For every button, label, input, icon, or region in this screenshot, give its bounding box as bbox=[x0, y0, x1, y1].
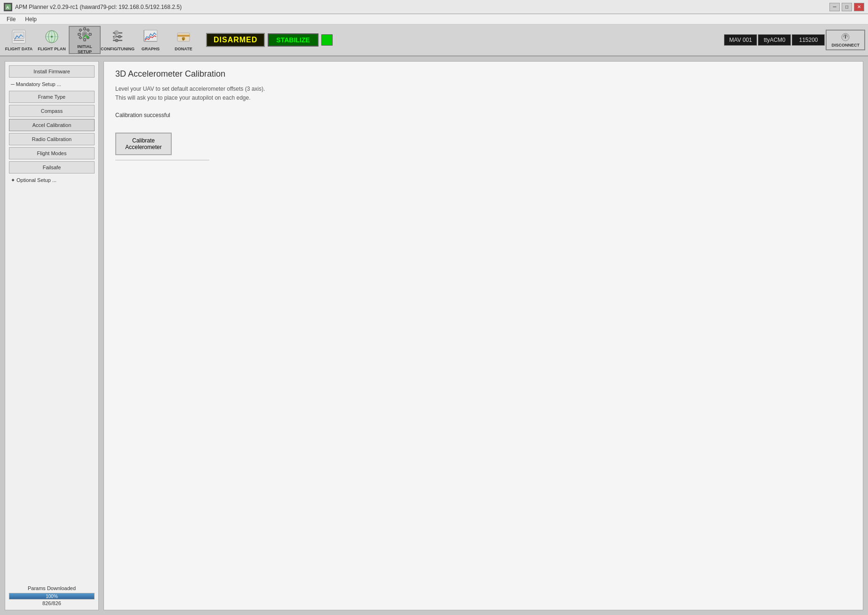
page-title: 3D Accelerometer Calibration bbox=[115, 69, 852, 79]
svg-rect-15 bbox=[78, 33, 80, 35]
mandatory-setup-header[interactable]: ─ Mandatory Setup ... bbox=[9, 79, 95, 89]
menubar: File Help bbox=[0, 14, 868, 24]
toolbar: FLIGHT DATA FLIGHT PLAN bbox=[0, 24, 868, 56]
minimize-button[interactable]: ─ bbox=[829, 3, 840, 11]
connection-indicator bbox=[321, 34, 333, 46]
calibrate-accelerometer-button[interactable]: Calibrate Accelerometer bbox=[115, 133, 172, 155]
failsafe-button[interactable]: Failsafe bbox=[9, 161, 95, 173]
donate-label: DONATE bbox=[175, 47, 192, 52]
svg-point-24 bbox=[118, 35, 121, 38]
menu-file[interactable]: File bbox=[2, 15, 20, 24]
maximize-button[interactable]: □ bbox=[842, 3, 852, 11]
port-display: ttyACM0 bbox=[758, 34, 791, 46]
svg-point-10 bbox=[51, 36, 53, 38]
toolbar-flight-data[interactable]: FLIGHT DATA bbox=[3, 26, 35, 54]
baud-display: 115200 bbox=[792, 34, 825, 46]
config-tuning-label: CONFIG/TUNING bbox=[101, 47, 135, 52]
titlebar-controls: ─ □ ✕ bbox=[829, 3, 864, 11]
left-panel: Install Firmware ─ Mandatory Setup ... F… bbox=[5, 61, 99, 610]
content-description: Level your UAV to set default accelerome… bbox=[115, 85, 852, 102]
mav-id-display: MAV 001 bbox=[724, 34, 757, 46]
disconnect-icon bbox=[841, 32, 850, 42]
calibration-status: Calibration successful bbox=[115, 112, 852, 118]
armed-status-badge: DISARMED bbox=[206, 33, 265, 47]
svg-rect-13 bbox=[84, 28, 86, 30]
toolbar-initial-setup[interactable]: INITIAL SETUP bbox=[69, 26, 101, 54]
flight-plan-label: FLIGHT PLAN bbox=[38, 47, 66, 52]
svg-text:A: A bbox=[6, 5, 9, 10]
optional-setup-label: ✦ Optional Setup ... bbox=[11, 177, 56, 183]
svg-rect-19 bbox=[87, 29, 89, 32]
flight-data-icon bbox=[10, 28, 27, 45]
params-count: 826/826 bbox=[9, 600, 95, 606]
disconnect-button[interactable]: DISCONNECT bbox=[826, 30, 865, 50]
radio-calibration-button[interactable]: Radio Calibration bbox=[9, 133, 95, 145]
svg-rect-17 bbox=[79, 29, 82, 32]
svg-rect-14 bbox=[84, 39, 86, 41]
svg-rect-34 bbox=[845, 35, 846, 39]
divider bbox=[115, 160, 209, 160]
config-tuning-icon bbox=[109, 28, 126, 45]
disconnect-label: DISCONNECT bbox=[831, 43, 860, 47]
toolbar-flight-plan[interactable]: FLIGHT PLAN bbox=[36, 26, 68, 54]
flight-plan-icon bbox=[43, 28, 60, 45]
window-title: APM Planner v2.0.29-rc1 (haward79-pcl: 1… bbox=[15, 4, 182, 10]
description-line2: This will ask you to place your autopilo… bbox=[115, 94, 852, 102]
toolbar-donate[interactable]: $ DONATE bbox=[167, 26, 199, 54]
progress-bar: 100% bbox=[9, 593, 95, 599]
toolbar-graphs[interactable]: GRAPHS bbox=[135, 26, 167, 54]
progress-percent: 100% bbox=[9, 594, 94, 599]
titlebar-left: A APM Planner v2.0.29-rc1 (haward79-pcl:… bbox=[4, 3, 182, 11]
initial-setup-icon bbox=[76, 26, 93, 43]
status-area: DISARMED STABILIZE bbox=[206, 33, 333, 47]
description-line1: Level your UAV to set default accelerome… bbox=[115, 85, 852, 94]
svg-rect-20 bbox=[79, 36, 82, 39]
accel-calibration-button[interactable]: Accel Calibration bbox=[9, 119, 95, 131]
toolbar-config-tuning[interactable]: CONFIG/TUNING bbox=[102, 26, 134, 54]
optional-setup-header[interactable]: ✦ Optional Setup ... bbox=[9, 175, 95, 185]
app-icon: A bbox=[4, 3, 12, 11]
close-button[interactable]: ✕ bbox=[854, 3, 864, 11]
calibrate-btn-line1: Calibrate bbox=[124, 137, 163, 144]
menu-help[interactable]: Help bbox=[20, 15, 41, 24]
initial-setup-label: INITIAL SETUP bbox=[72, 44, 98, 55]
flight-modes-button[interactable]: Flight Modes bbox=[9, 147, 95, 159]
flight-data-label: FLIGHT DATA bbox=[5, 47, 33, 52]
params-section: Params Downloaded 100% 826/826 bbox=[9, 585, 95, 606]
titlebar: A APM Planner v2.0.29-rc1 (haward79-pcl:… bbox=[0, 0, 868, 14]
stabilize-status-badge: STABILIZE bbox=[268, 33, 318, 47]
params-downloaded-label: Params Downloaded bbox=[9, 585, 95, 591]
svg-text:$: $ bbox=[183, 38, 184, 41]
svg-point-25 bbox=[115, 39, 118, 42]
main-content: Install Firmware ─ Mandatory Setup ... F… bbox=[0, 56, 868, 615]
donate-icon: $ bbox=[175, 28, 192, 45]
install-firmware-button[interactable]: Install Firmware bbox=[9, 65, 95, 78]
svg-rect-30 bbox=[177, 35, 190, 37]
right-status: MAV 001 ttyACM0 115200 DISCONNECT bbox=[724, 30, 865, 50]
calibrate-btn-line2: Accelerometer bbox=[124, 144, 163, 150]
mandatory-setup-label: ─ Mandatory Setup ... bbox=[11, 81, 61, 87]
graphs-icon bbox=[142, 28, 159, 45]
graphs-label: GRAPHS bbox=[142, 47, 160, 52]
frame-type-button[interactable]: Frame Type bbox=[9, 91, 95, 103]
right-panel: 3D Accelerometer Calibration Level your … bbox=[104, 61, 863, 610]
compass-button[interactable]: Compass bbox=[9, 105, 95, 117]
svg-rect-16 bbox=[89, 33, 91, 35]
